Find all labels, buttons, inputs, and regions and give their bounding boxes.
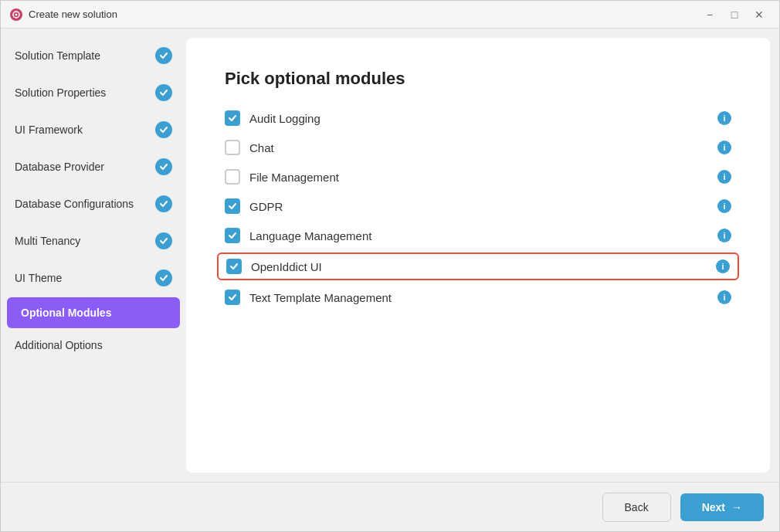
sidebar-item-multi-tenancy[interactable]: Multi Tenancy (1, 223, 186, 259)
check-circle-database-configurations (155, 195, 172, 212)
module-item-audit-logging: Audit Loggingi (225, 110, 731, 126)
sidebar-item-additional-options[interactable]: Additional Options (1, 330, 186, 361)
module-list: Audit LoggingiChatiFile ManagementiGDPRi… (225, 110, 731, 305)
app-icon (10, 8, 22, 21)
sidebar-item-ui-framework[interactable]: UI Framework (1, 112, 186, 147)
sidebar-item-solution-properties[interactable]: Solution Properties (1, 75, 186, 110)
panel-title: Pick optional modules (225, 69, 731, 89)
content-area: Solution TemplateSolution PropertiesUI F… (1, 29, 779, 482)
info-icon-audit-logging[interactable]: i (717, 111, 731, 125)
module-name-chat: Chat (249, 141, 708, 154)
check-circle-ui-theme (155, 269, 172, 286)
checkbox-gdpr[interactable] (225, 198, 240, 214)
sidebar-item-label-ui-framework: UI Framework (15, 124, 83, 136)
checkbox-chat[interactable] (225, 140, 240, 155)
info-icon-gdpr[interactable]: i (717, 199, 731, 213)
module-item-gdpr: GDPRi (225, 198, 731, 214)
module-name-gdpr: GDPR (249, 200, 708, 213)
sidebar-item-label-ui-theme: UI Theme (15, 272, 62, 284)
minimize-button[interactable]: − (699, 4, 721, 25)
sidebar-item-optional-modules[interactable]: Optional Modules (7, 297, 180, 328)
sidebar-item-label-optional-modules: Optional Modules (21, 307, 111, 319)
module-item-openiddict-ui: OpenIddict UIi (217, 252, 739, 280)
sidebar-item-database-provider[interactable]: Database Provider (1, 149, 186, 185)
module-name-text-template-management: Text Template Management (249, 291, 708, 304)
next-button[interactable]: Next → (680, 493, 764, 521)
module-name-openiddict-ui: OpenIddict UI (251, 260, 707, 273)
next-arrow-icon: → (731, 501, 742, 513)
module-item-language-management: Language Managementi (225, 228, 731, 243)
module-item-text-template-management: Text Template Managementi (225, 290, 731, 305)
check-circle-ui-framework (155, 121, 172, 138)
back-button[interactable]: Back (602, 493, 671, 522)
close-button[interactable]: ✕ (748, 4, 770, 25)
footer: Back Next → (1, 482, 779, 531)
next-label: Next (702, 501, 725, 513)
module-name-language-management: Language Management (249, 229, 708, 242)
check-circle-solution-template (155, 47, 172, 64)
sidebar: Solution TemplateSolution PropertiesUI F… (1, 29, 186, 482)
module-item-chat: Chati (225, 140, 731, 155)
info-icon-chat[interactable]: i (717, 141, 731, 154)
module-name-file-management: File Management (249, 171, 708, 184)
info-icon-language-management[interactable]: i (717, 229, 731, 242)
check-circle-database-provider (155, 158, 172, 175)
module-name-audit-logging: Audit Logging (249, 112, 708, 125)
checkbox-audit-logging[interactable] (225, 110, 240, 126)
check-circle-solution-properties (155, 84, 172, 101)
info-icon-openiddict-ui[interactable]: i (716, 259, 730, 273)
checkbox-file-management[interactable] (225, 169, 240, 185)
title-bar: Create new solution − □ ✕ (1, 1, 779, 29)
sidebar-item-label-database-configurations: Database Configurations (15, 198, 134, 210)
info-icon-file-management[interactable]: i (717, 170, 731, 184)
main-panel: Pick optional modules Audit LoggingiChat… (186, 38, 770, 473)
svg-point-1 (15, 13, 18, 15)
sidebar-item-solution-template[interactable]: Solution Template (1, 38, 186, 73)
window: Create new solution − □ ✕ Solution Templ… (0, 0, 780, 532)
sidebar-item-label-solution-properties: Solution Properties (15, 86, 106, 99)
info-icon-text-template-management[interactable]: i (717, 290, 731, 304)
module-item-file-management: File Managementi (225, 169, 731, 185)
checkbox-openiddict-ui[interactable] (226, 259, 242, 274)
sidebar-item-label-database-provider: Database Provider (15, 161, 104, 173)
sidebar-item-ui-theme[interactable]: UI Theme (1, 260, 186, 296)
check-circle-multi-tenancy (155, 232, 172, 249)
window-controls: − □ ✕ (699, 4, 770, 25)
maximize-button[interactable]: □ (724, 4, 745, 25)
checkbox-language-management[interactable] (225, 228, 240, 243)
sidebar-item-label-multi-tenancy: Multi Tenancy (15, 235, 80, 247)
sidebar-item-label-solution-template: Solution Template (15, 49, 100, 62)
sidebar-item-label-additional-options: Additional Options (15, 339, 103, 351)
checkbox-text-template-management[interactable] (225, 290, 240, 305)
window-title: Create new solution (29, 8, 699, 20)
sidebar-item-database-configurations[interactable]: Database Configurations (1, 186, 186, 222)
